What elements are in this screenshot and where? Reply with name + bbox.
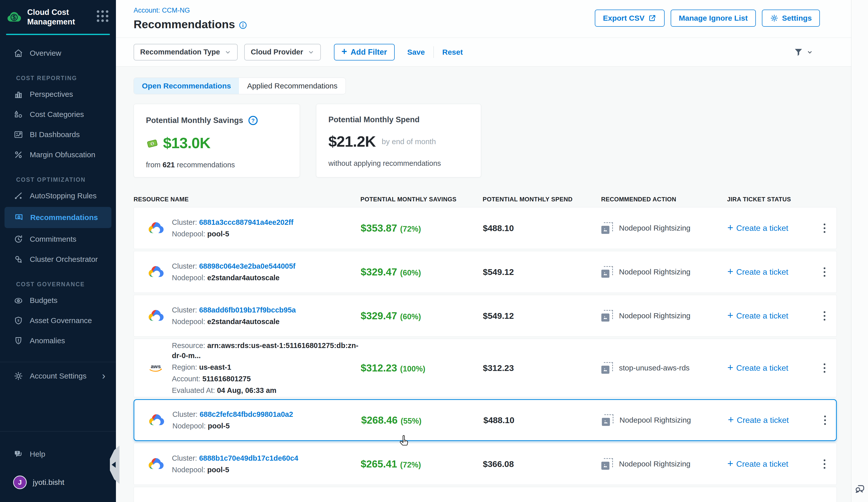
create-ticket-button[interactable]: + Create a ticket (727, 267, 817, 277)
sidebar-item-bi-dashboards[interactable]: BI Dashboards (0, 125, 116, 145)
gear-icon (13, 371, 24, 381)
cloud-provider-dropdown[interactable]: Cloud Provider (244, 44, 321, 61)
export-csv-label: Export CSV (603, 14, 644, 22)
potential-monthly-spend-value: $488.10 (483, 415, 514, 425)
funnel-icon (793, 47, 804, 57)
recommended-action-label: Nodepool Rightsizing (619, 460, 691, 468)
savings-percentage: (72%) (400, 460, 421, 469)
settings-button[interactable]: Settings (762, 10, 820, 27)
card-title: Potential Monthly Spend (328, 115, 420, 124)
potential-monthly-savings-value: $265.41 (361, 458, 397, 470)
tab-open-recommendations[interactable]: Open Recommendations (134, 78, 239, 94)
create-ticket-button[interactable]: + Create a ticket (727, 459, 817, 469)
export-csv-button[interactable]: Export CSV (595, 10, 665, 27)
create-ticket-label: Create a ticket (737, 416, 789, 425)
row-menu-button[interactable] (817, 262, 832, 282)
support-chat-icon[interactable] (854, 483, 866, 495)
sidebar-item-label: Perspectives (30, 90, 73, 98)
sidebar-divider (0, 431, 116, 431)
question-icon[interactable]: ? (248, 115, 258, 126)
row-menu-button[interactable] (817, 218, 832, 238)
resource-fields: Cluster: 6881a3ccc887941a4ee202ffNodepoo… (172, 217, 293, 239)
table-row[interactable]: Cluster: 688c2fefc84fbdc99801a0a2Nodepoo… (134, 399, 837, 441)
svg-text:$: $ (17, 318, 19, 322)
sidebar-item-label: Margin Obfuscation (30, 150, 95, 159)
breadcrumb[interactable]: Account: CCM-NG (134, 7, 190, 14)
row-menu-button[interactable] (817, 498, 832, 502)
home-icon (13, 48, 24, 59)
rightsizing-action-icon (601, 222, 613, 234)
table-row[interactable]: Cluster: 68898c064e3e2ba0e544005fNodepoo… (134, 251, 837, 293)
row-menu-button[interactable] (817, 306, 832, 326)
ccm-logo-icon: $ (7, 9, 22, 25)
column-header-potential-monthly-spend: POTENTIAL MONTHLY SPEND (483, 196, 601, 203)
filter-panel-toggle[interactable] (793, 47, 813, 57)
row-menu-button[interactable] (817, 454, 832, 474)
create-ticket-button[interactable]: + Create a ticket (727, 363, 817, 373)
plus-icon: + (727, 310, 733, 321)
sidebar-item-cost-categories[interactable]: Cost Categories (0, 104, 116, 125)
table-row[interactable]: Cluster: 688add6fb019b17f9bccb95aNodepoo… (134, 295, 837, 337)
rightsizing-action-icon (602, 414, 613, 426)
resource-link[interactable]: 688add6fb019b17f9bccb95a (199, 306, 296, 314)
sidebar-item-help[interactable]: ? Help (0, 439, 116, 469)
external-link-icon (648, 14, 657, 22)
resource-link[interactable]: 688c2fefc84fbdc99801a0a2 (200, 410, 293, 418)
sidebar-item-budgets[interactable]: $Budgets (0, 290, 116, 311)
bi-dashboards-icon (13, 129, 24, 140)
sidebar-item-overview[interactable]: Overview (0, 43, 116, 63)
module-grid-icon[interactable] (97, 10, 108, 22)
cost-categories-icon (13, 109, 24, 120)
create-ticket-label: Create a ticket (736, 223, 788, 233)
rightsizing-action-icon (601, 310, 613, 322)
sidebar-item-label: AutoStopping Rules (30, 191, 96, 200)
create-ticket-button[interactable]: + Create a ticket (727, 223, 817, 233)
filter-bar: Recommendation Type Cloud Provider + Add… (116, 38, 851, 66)
resource-fields: Cluster: 688add6fb019b17f9bccb95aNodepoo… (172, 305, 296, 327)
table-row[interactable]: Cluster: 6888b1c70e49db17c1de60c4Nodepoo… (134, 443, 837, 485)
rightsizing-action-icon (601, 266, 613, 278)
sidebar-user[interactable]: J jyoti.bisht (0, 469, 116, 502)
sidebar-item-autostopping-rules[interactable]: AutoStopping Rules (0, 186, 116, 206)
sidebar-item-cluster-orchestrator[interactable]: Cluster Orchestrator (0, 249, 116, 269)
resource-link[interactable]: 6881a3ccc887941a4ee202ff (199, 218, 293, 226)
add-filter-button[interactable]: + Add Filter (334, 44, 395, 61)
sidebar-item-margin-obfuscation[interactable]: Margin Obfuscation (0, 145, 116, 165)
manage-ignore-list-button[interactable]: Manage Ignore List (671, 10, 756, 27)
savings-percentage: (60%) (400, 312, 421, 321)
recommendation-count: 621 (163, 161, 175, 169)
sidebar-item-commitments[interactable]: Commitments (0, 229, 116, 249)
resource-fields: Cluster: 68898c064e3e2ba0e544005fNodepoo… (172, 261, 296, 283)
field-label: Resource: (172, 342, 207, 349)
reset-filter-link[interactable]: Reset (442, 48, 463, 56)
savings-subtitle: from 621 recommendations (146, 161, 288, 169)
sidebar-item-asset-governance[interactable]: $Asset Governance (0, 311, 116, 331)
table-header-row: RESOURCE NAME POTENTIAL MONTHLY SAVINGS … (134, 191, 837, 207)
field-value: pool-5 (207, 466, 229, 474)
create-ticket-button[interactable]: + Create a ticket (727, 311, 817, 321)
sidebar-item-recommendations[interactable]: Recommendations (4, 207, 111, 228)
table-row[interactable]: aws Resource: arn:aws:rds:us-east-1:5116… (134, 339, 837, 397)
create-ticket-button[interactable]: + Create a ticket (728, 415, 817, 425)
info-icon[interactable] (239, 21, 247, 30)
recommendation-type-dropdown[interactable]: Recommendation Type (134, 44, 238, 61)
sidebar-item-perspectives[interactable]: Perspectives (0, 84, 116, 104)
save-filter-link[interactable]: Save (407, 48, 425, 56)
resource-link[interactable]: 6888b1c70e49db17c1de60c4 (199, 454, 298, 462)
svg-text:$: $ (13, 14, 16, 21)
app-logo-row: $ Cloud Cost Management (0, 0, 116, 33)
resource-link[interactable]: 68898c064e3e2ba0e544005f (199, 262, 296, 270)
tab-applied-recommendations[interactable]: Applied Recommendations (239, 78, 345, 94)
resource-fields: Resource: arn:aws:rds:us-east-1:51161680… (172, 341, 361, 395)
sidebar-item-account-settings[interactable]: Account Settings › (0, 362, 116, 390)
row-menu-button[interactable] (817, 410, 833, 430)
table-row[interactable]: Cluster: 6881a3ccc887941a4ee202ffNodepoo… (134, 207, 837, 249)
budgets-icon: $ (13, 295, 24, 306)
sidebar-item-label: Cluster Orchestrator (30, 255, 98, 264)
sidebar-item-anomalies[interactable]: Anomalies (0, 331, 116, 351)
chevron-down-icon (308, 49, 314, 55)
sidebar-section-heading: COST OPTIMIZATION (16, 176, 116, 183)
savings-percentage: (60%) (400, 269, 421, 277)
table-row[interactable]: Cluster: 6886e92f59a48cad86b5b1c6 $244.0… (134, 487, 837, 502)
row-menu-button[interactable] (817, 358, 832, 378)
